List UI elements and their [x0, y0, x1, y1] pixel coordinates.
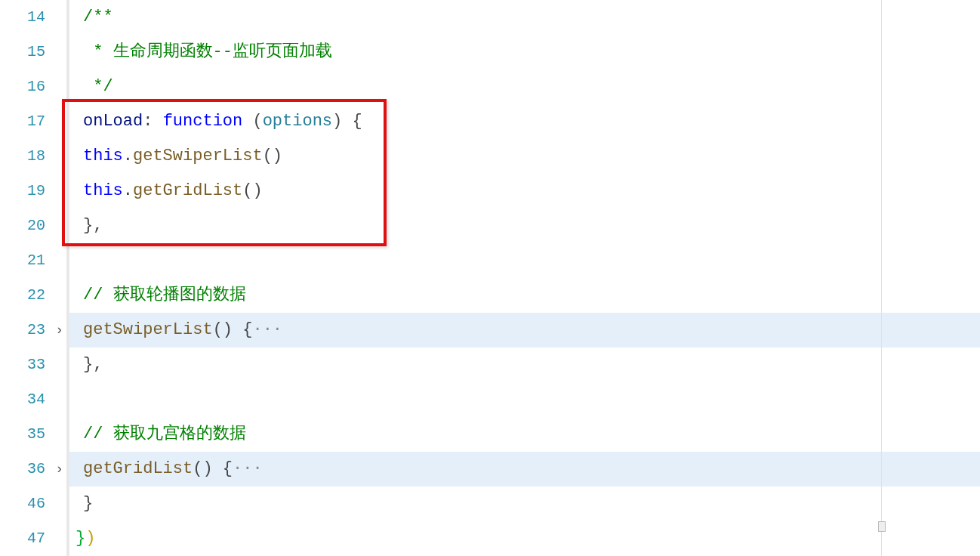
code-line-folded: getSwiperList() {··· [69, 313, 980, 348]
code-line: this.getSwiperList() [69, 139, 980, 174]
line-number: 34 [0, 382, 66, 417]
code-line [69, 243, 980, 278]
line-number: 18 [0, 139, 66, 174]
scrollbar-thumb[interactable] [878, 521, 886, 532]
code-editor: 14 15 16 17 18 19 20 21 22 23› 33 34 35 … [0, 0, 980, 556]
ruler-line [881, 0, 882, 556]
code-line: /** [69, 0, 980, 35]
line-number: 46 [0, 486, 66, 521]
code-line: * 生命周期函数--监听页面加载 [69, 35, 980, 70]
code-line: */ [69, 70, 980, 104]
line-number: 35 [0, 417, 66, 452]
code-line-folded: getGridList() {··· [69, 452, 980, 486]
fold-chevron-icon[interactable]: › [55, 462, 63, 476]
code-line: // 获取九宫格的数据 [69, 417, 980, 452]
code-line: this.getGridList() [69, 174, 980, 208]
line-number: 15 [0, 35, 66, 70]
code-line: } [69, 486, 980, 521]
code-area[interactable]: /** * 生命周期函数--监听页面加载 */ onLoad: function… [66, 0, 980, 556]
line-number: 21 [0, 243, 66, 278]
line-number-gutter: 14 15 16 17 18 19 20 21 22 23› 33 34 35 … [0, 0, 66, 556]
code-line: // 获取轮播图的数据 [69, 278, 980, 313]
code-line: }, [69, 208, 980, 243]
line-number: 33 [0, 348, 66, 382]
line-number: 17 [0, 104, 66, 139]
code-line [69, 382, 980, 417]
fold-chevron-icon[interactable]: › [55, 323, 63, 337]
line-number: 22 [0, 278, 66, 313]
line-number: 47 [0, 521, 66, 556]
line-number: 20 [0, 208, 66, 243]
line-number: 36› [0, 452, 66, 486]
code-line: onLoad: function (options) { [69, 104, 980, 139]
code-line: }) [69, 521, 980, 556]
line-number: 16 [0, 70, 66, 104]
line-number: 14 [0, 0, 66, 35]
code-line: }, [69, 348, 980, 382]
line-number: 23› [0, 313, 66, 348]
line-number: 19 [0, 174, 66, 208]
